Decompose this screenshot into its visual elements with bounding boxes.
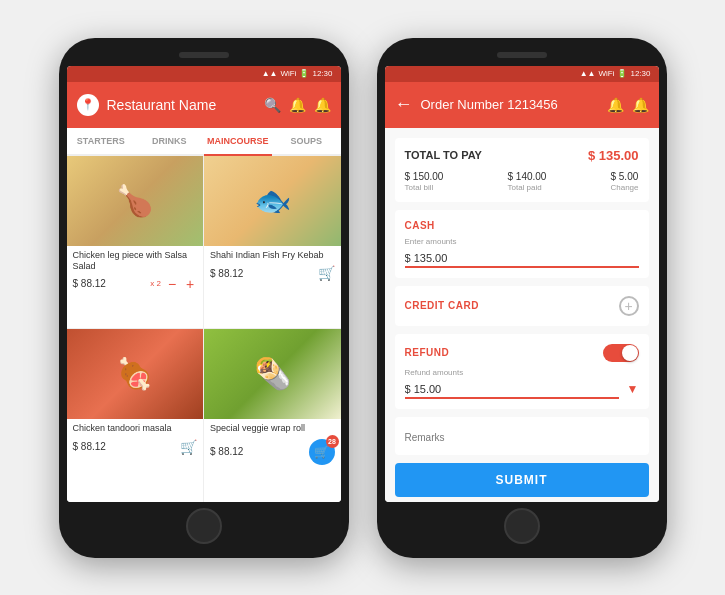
food-name-1: Chicken leg piece with Salsa Salad: [73, 250, 198, 273]
total-amount: $ 135.00: [588, 148, 639, 163]
phone-home-btn-1[interactable]: [186, 508, 222, 544]
food-card-1: 🍗 Chicken leg piece with Salsa Salad $ 8…: [67, 156, 204, 328]
header-icons: 🔍 🔔 🔔: [264, 97, 331, 113]
remarks-section: Remarks: [395, 417, 649, 455]
qty-controls-1: x 2 − +: [150, 277, 197, 291]
order-content: TOTAL TO PAY $ 135.00 $ 150.00 Total bil…: [385, 128, 659, 502]
add-credit-card-btn[interactable]: +: [619, 296, 639, 316]
bill-item-2: $ 140.00 Total paid: [507, 171, 546, 192]
credit-card-section: CREDIT CARD +: [395, 286, 649, 326]
food-emoji-3: 🍖: [67, 329, 204, 419]
food-info-3: Chicken tandoori masala $ 88.12 🛒: [67, 419, 204, 461]
total-section: TOTAL TO PAY $ 135.00 $ 150.00 Total bil…: [395, 138, 649, 202]
food-info-2: Shahi Indian Fish Fry Kebab $ 88.12 🛒: [204, 246, 341, 288]
food-image-4: 🌯: [204, 329, 341, 419]
signal-icon: ▲▲: [262, 69, 278, 78]
food-price-row-3: $ 88.12 🛒: [73, 439, 198, 455]
battery-icon: 🔋: [299, 69, 309, 78]
cash-amount-input[interactable]: [405, 250, 639, 268]
cart-icon-2[interactable]: 🛒: [318, 265, 335, 281]
wifi-icon-2: WiFi: [598, 69, 614, 78]
qty-decrease-1[interactable]: −: [165, 277, 179, 291]
food-price-1: $ 88.12: [73, 278, 106, 289]
tab-soups[interactable]: SOUPS: [272, 128, 341, 154]
cash-label: CASH: [405, 220, 639, 231]
status-bar-menu: ▲▲ WiFi 🔋 12:30: [67, 66, 341, 82]
bill-details: $ 150.00 Total bill $ 140.00 Total paid …: [405, 171, 639, 192]
refund-input-wrap: [405, 379, 619, 399]
signal-icon-2: ▲▲: [580, 69, 596, 78]
food-card-2: 🐟 Shahi Indian Fish Fry Kebab $ 88.12 🛒: [204, 156, 341, 328]
cart-badge-button-4[interactable]: 🛒: [309, 439, 335, 465]
phone-order: ▲▲ WiFi 🔋 12:30 ← Order Number 1213456 🔔…: [377, 38, 667, 558]
food-emoji-1: 🍗: [67, 156, 204, 246]
phone-speaker-2: [497, 52, 547, 58]
bill-desc-1: Total bill: [405, 183, 444, 192]
remarks-label: Remarks: [405, 432, 445, 443]
refund-input-row: ▼: [405, 379, 639, 399]
toggle-knob: [622, 345, 638, 361]
credit-card-label: CREDIT CARD: [405, 300, 479, 311]
refund-section: REFUND Refund amounts ▼: [395, 334, 649, 409]
total-row: TOTAL TO PAY $ 135.00: [405, 148, 639, 163]
back-arrow[interactable]: ←: [395, 94, 413, 115]
search-icon[interactable]: 🔍: [264, 97, 281, 113]
order-bell-icon[interactable]: 🔔: [632, 97, 649, 113]
status-bar-order: ▲▲ WiFi 🔋 12:30: [385, 66, 659, 82]
phone-screen-order: ▲▲ WiFi 🔋 12:30 ← Order Number 1213456 🔔…: [385, 66, 659, 502]
refund-header: REFUND: [405, 344, 639, 362]
bell-icon[interactable]: 🔔: [314, 97, 331, 113]
food-image-3: 🍖: [67, 329, 204, 419]
food-name-2: Shahi Indian Fish Fry Kebab: [210, 250, 335, 262]
nav-tabs: STARTERS DRINKS MAINCOURSE SOUPS: [67, 128, 341, 156]
refund-dropdown-arrow[interactable]: ▼: [627, 382, 639, 396]
status-time-menu: 12:30: [312, 69, 332, 78]
total-label: TOTAL TO PAY: [405, 149, 482, 161]
food-price-row-1: $ 88.12 x 2 − +: [73, 277, 198, 291]
food-price-row-4: $ 88.12 🛒: [210, 439, 335, 465]
header-logo: [77, 94, 99, 116]
food-name-4: Special veggie wrap roll: [210, 423, 335, 435]
cash-section: CASH Enter amounts: [395, 210, 649, 278]
restaurant-name: Restaurant Name: [107, 97, 264, 113]
bill-item-1: $ 150.00 Total bill: [405, 171, 444, 192]
battery-icon-2: 🔋: [617, 69, 627, 78]
bill-item-3: $ 5.00 Change: [610, 171, 638, 192]
food-price-row-2: $ 88.12 🛒: [210, 265, 335, 281]
wifi-icon: WiFi: [280, 69, 296, 78]
food-price-3: $ 88.12: [73, 441, 106, 452]
food-name-3: Chicken tandoori masala: [73, 423, 198, 435]
food-price-2: $ 88.12: [210, 268, 243, 279]
cart-icon-3[interactable]: 🛒: [180, 439, 197, 455]
bill-value-2: $ 140.00: [507, 171, 546, 182]
refund-label: REFUND: [405, 347, 450, 358]
tab-starters[interactable]: STARTERS: [67, 128, 136, 154]
food-info-4: Special veggie wrap roll $ 88.12 🛒: [204, 419, 341, 471]
refund-amounts-hint: Refund amounts: [405, 368, 639, 377]
order-header: ← Order Number 1213456 🔔 🔔: [385, 82, 659, 128]
refund-toggle[interactable]: [603, 344, 639, 362]
refund-amount-input[interactable]: [405, 381, 619, 399]
submit-button[interactable]: SUBMIT: [395, 463, 649, 497]
tab-drinks[interactable]: DRINKS: [135, 128, 204, 154]
tab-maincourse[interactable]: MAINCOURSE: [204, 128, 273, 154]
phone-speaker: [179, 52, 229, 58]
order-header-icons: 🔔 🔔: [607, 97, 649, 113]
enter-amounts-hint: Enter amounts: [405, 237, 639, 246]
phone-home-btn-2[interactable]: [504, 508, 540, 544]
food-grid: 🍗 Chicken leg piece with Salsa Salad $ 8…: [67, 156, 341, 502]
order-notification-icon[interactable]: 🔔: [607, 97, 624, 113]
app-header-menu: Restaurant Name 🔍 🔔 🔔: [67, 82, 341, 128]
food-card-4: 🌯 Special veggie wrap roll $ 88.12 🛒: [204, 329, 341, 502]
food-card-3: 🍖 Chicken tandoori masala $ 88.12 🛒: [67, 329, 204, 502]
bill-desc-3: Change: [610, 183, 638, 192]
food-info-1: Chicken leg piece with Salsa Salad $ 88.…: [67, 246, 204, 297]
order-title: Order Number 1213456: [421, 97, 607, 112]
notification-icon[interactable]: 🔔: [289, 97, 306, 113]
phone-screen-menu: ▲▲ WiFi 🔋 12:30 Restaurant Name 🔍 🔔 🔔 ST…: [67, 66, 341, 502]
status-time-order: 12:30: [630, 69, 650, 78]
bill-desc-2: Total paid: [507, 183, 546, 192]
qty-badge-1: x 2: [150, 279, 161, 288]
bill-value-1: $ 150.00: [405, 171, 444, 182]
qty-increase-1[interactable]: +: [183, 277, 197, 291]
